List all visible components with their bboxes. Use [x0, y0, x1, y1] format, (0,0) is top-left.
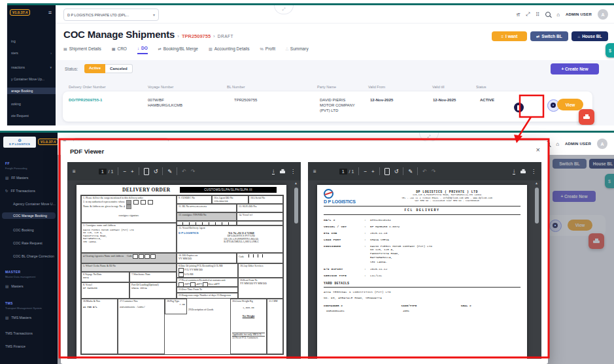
status-filter-active[interactable]: Active	[84, 64, 105, 73]
field-label: LOAD PORT	[324, 238, 364, 241]
collapse-notch[interactable]: ⤢	[274, 5, 294, 14]
menu-icon[interactable]: ≡	[313, 169, 316, 174]
sidebar-item[interactable]: ooking	[7, 101, 56, 107]
zoom-in-icon[interactable]: +	[371, 169, 375, 174]
sidebar-item-coc-bl-charge-correction[interactable]: COC BL Charge Correction	[0, 253, 58, 259]
document-copy-icon[interactable]	[514, 103, 524, 112]
app-logo[interactable]: ❂ D P LOGISTICS	[3, 137, 36, 148]
print-fab[interactable]	[579, 109, 594, 125]
pdf-canvas-area[interactable]: DELIVERY ORDER CUSTOMS/SLPA/SLPA/SLPA II…	[67, 180, 301, 359]
home-icon[interactable]: ⌂	[556, 12, 560, 18]
sidebar-item[interactable]: nsactions▾	[7, 64, 56, 71]
page-number-input[interactable]: 1	[339, 169, 347, 174]
download-icon[interactable]: ↓	[513, 169, 515, 174]
divider	[324, 214, 520, 215]
section-tms: TMS	[5, 301, 13, 305]
sidebar-item-coc-manage-booking[interactable]: COC Manage Booking	[2, 212, 56, 219]
tab-booking-bl-merge[interactable]: ⇄Booking/BL Merge	[158, 46, 198, 54]
collapse-notch[interactable]: ⤢	[419, 133, 439, 142]
sidebar-item-tms-finance[interactable]: TMS Finance	[0, 343, 58, 350]
field-label: 12. consignee TIN/NID No	[179, 214, 207, 216]
avatar[interactable]: A	[598, 9, 608, 20]
sidebar-item-ff-transactions[interactable]: ↻FF Transactions	[0, 188, 58, 194]
print-icon[interactable]	[520, 169, 526, 173]
tab-shipment-details[interactable]: ▤Shipment Details	[63, 46, 101, 54]
sidebar-item-coc-rate-request[interactable]: COC Rate Request	[0, 240, 58, 246]
menu-icon[interactable]: ≡	[73, 169, 76, 174]
fit-page-icon[interactable]	[144, 168, 149, 175]
column-header: Party Name	[317, 85, 336, 89]
fit-page-icon[interactable]	[384, 168, 390, 175]
sidebar-item-coc-booking[interactable]: COC Booking	[0, 227, 58, 233]
company-selector[interactable]: D P LOGISTICS PRIVATE LTD (DPL... ▾	[63, 8, 159, 21]
redo-icon[interactable]: ↷	[432, 169, 436, 174]
switch-bl-button[interactable]: ⇄Switch BL	[530, 31, 568, 41]
text-size-icon[interactable]: тT	[516, 12, 519, 17]
sidebar-item[interactable]: ing	[7, 38, 56, 44]
tab-cro[interactable]: ▦CRO	[112, 46, 127, 54]
currency-fab[interactable]: $	[605, 43, 614, 58]
tab-accounting-details[interactable]: ▥Accounting Details	[209, 46, 250, 54]
sidebar-item-label: COC Manage Booking	[13, 214, 47, 218]
more-options-icon[interactable]: ⋮	[531, 169, 536, 174]
i-want-button[interactable]: ≡I want	[492, 31, 527, 41]
annotate-icon[interactable]: ✎	[408, 169, 413, 174]
scroll-up-icon[interactable]: ▲	[293, 181, 299, 185]
menu-icon[interactable]: ≡	[48, 10, 52, 16]
zoom-in-icon[interactable]: +	[131, 169, 134, 174]
scrollbar[interactable]: ▲	[293, 181, 299, 359]
do-number-link[interactable]: DO/TPR2509755-1	[69, 97, 102, 103]
container-seal	[462, 310, 520, 312]
annotate-icon[interactable]: ✎	[167, 169, 172, 174]
rotate-icon[interactable]: ↺	[394, 169, 399, 174]
scrollbar[interactable]: ▲	[534, 181, 539, 359]
scrollbar-thumb[interactable]	[535, 188, 539, 223]
zoom-out-icon[interactable]: −	[123, 169, 126, 174]
view-button[interactable]: View	[557, 99, 583, 110]
scroll-up-icon[interactable]: ▲	[534, 181, 539, 185]
page-number-input[interactable]: 1	[99, 169, 107, 174]
tab-profit[interactable]: %Profit	[260, 46, 275, 54]
do-field-goods-description: 29.Description of Goods	[187, 299, 230, 354]
undo-icon[interactable]: ↶	[182, 169, 186, 174]
sidebar-item[interactable]: y Container Move Up...	[7, 76, 56, 82]
field-label: 11. BL No	[179, 205, 189, 208]
merge-icon: ⇄	[158, 46, 162, 51]
apps-grid-icon[interactable]: ⠿	[536, 12, 539, 18]
column-header: Delivery Order Number	[69, 85, 106, 89]
pdf-canvas-area[interactable]: D P LOGISTICS DP LOGISTICS ( PRIVATE ) L…	[308, 180, 541, 359]
sidebar-item[interactable]: sters›	[7, 50, 56, 56]
rotate-icon[interactable]: ↺	[154, 169, 158, 174]
house-bl-button[interactable]: ⌂House BL	[571, 31, 608, 41]
status-filter-canceled[interactable]: Canceled	[105, 64, 133, 73]
more-options-icon[interactable]: ⋮	[290, 169, 296, 174]
sidebar-item-tms-masters[interactable]: ▤TMS Masters	[0, 314, 58, 321]
table-row[interactable]: DO/TPR2509755-1 007W/BFHAMBURG/LKCMB TPR…	[63, 91, 592, 122]
sidebar-item-ff-masters[interactable]: ▤FF Masters	[0, 174, 58, 181]
fullscreen-icon[interactable]: ⤢	[526, 11, 530, 18]
tab-summary[interactable]: ∴Summary	[286, 46, 309, 54]
undo-icon[interactable]: ↶	[422, 169, 427, 174]
sidebar-item[interactable]: ote Request	[7, 112, 56, 119]
home-icon[interactable]: ⌂	[556, 141, 559, 147]
sidebar-item-agency-container[interactable]: Agency Container Move U...	[0, 201, 58, 207]
avatar[interactable]: A	[597, 139, 607, 149]
breadcrumb-shipment-ref[interactable]: TPR2509755	[182, 33, 211, 39]
sidebar-item-masters[interactable]: ▤Masters	[0, 283, 58, 290]
search-icon[interactable]	[545, 12, 551, 17]
close-icon[interactable]: ×	[536, 146, 540, 154]
printer-icon	[583, 114, 590, 120]
redo-icon[interactable]: ↷	[191, 169, 196, 174]
zoom-out-icon[interactable]: −	[364, 169, 367, 174]
breadcrumb-status: DRAFT	[218, 34, 233, 39]
print-icon[interactable]	[280, 169, 285, 173]
divider	[324, 206, 520, 207]
page-indicator: 1/ 1	[99, 169, 114, 174]
sidebar-item-selected[interactable]: anage Booking	[7, 88, 56, 94]
download-icon[interactable]: ↓	[272, 169, 275, 174]
scrollbar-thumb[interactable]	[294, 188, 298, 223]
create-new-button[interactable]: + Create New	[551, 63, 599, 74]
tab-do[interactable]: ↓DO	[137, 46, 148, 54]
sidebar-item-tms-transactions[interactable]: TMS Transactions	[0, 330, 58, 337]
divider	[358, 167, 359, 175]
